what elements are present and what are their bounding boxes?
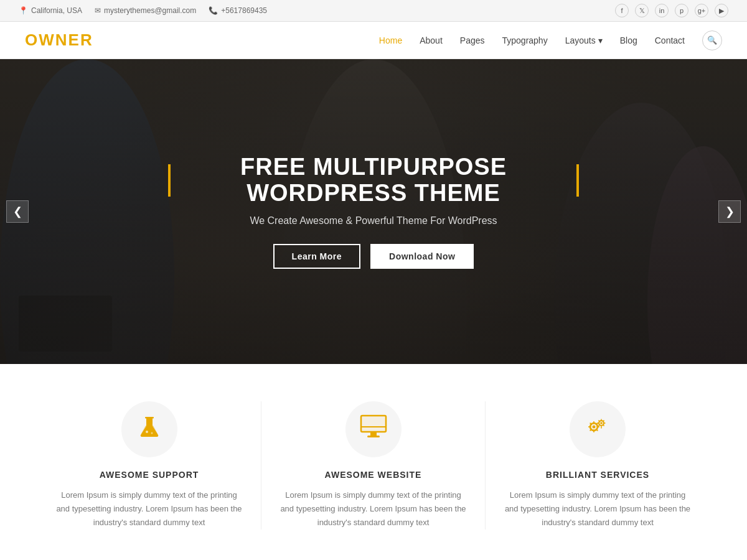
chevron-right-icon: ❯	[725, 205, 735, 218]
feature-website-icon-wrap	[345, 401, 402, 457]
social-links: f 𝕏 in p g+ ▶	[615, 4, 728, 17]
nav-contact[interactable]: Contact	[655, 35, 685, 45]
feature-website-text: Lorem Ipsum is simply dummy text of the …	[280, 488, 466, 530]
gear-cogs-icon	[584, 414, 611, 445]
feature-services-text: Lorem Ipsum is simply dummy text of the …	[504, 488, 691, 530]
svg-point-2	[151, 432, 153, 434]
hero-buttons: Learn More Download Now	[168, 244, 579, 269]
hero-section: ❮ FREE MULTIPURPOSE WORDPRESS THEME We C…	[0, 59, 747, 364]
learn-more-button[interactable]: Learn More	[273, 244, 360, 269]
top-bar: 📍 California, USA ✉ mysterythemes@gmail.…	[0, 0, 747, 22]
logo-accent: ER	[68, 30, 93, 49]
search-button[interactable]: 🔍	[702, 30, 722, 50]
googleplus-link[interactable]: g+	[695, 4, 708, 17]
pinterest-link[interactable]: p	[675, 4, 688, 17]
feature-support-icon-wrap	[121, 401, 177, 457]
email-info: ✉ mysterythemes@gmail.com	[95, 6, 196, 15]
linkedin-link[interactable]: in	[655, 4, 669, 17]
location-info: 📍 California, USA	[19, 6, 82, 15]
main-nav: Home About Pages Typography Layouts ▾ Bl…	[379, 30, 722, 50]
location-text: California, USA	[31, 6, 82, 15]
nav-typography[interactable]: Typography	[502, 35, 548, 45]
nav-blog[interactable]: Blog	[620, 35, 637, 45]
hero-content: FREE MULTIPURPOSE WORDPRESS THEME We Cre…	[156, 154, 591, 269]
feature-website-title: AWESOME WEBSITE	[280, 470, 466, 480]
top-bar-contact: 📍 California, USA ✉ mysterythemes@gmail.…	[19, 6, 267, 15]
svg-rect-4	[361, 416, 386, 432]
svg-rect-7	[367, 436, 380, 437]
flask-icon	[137, 414, 162, 445]
email-icon: ✉	[95, 6, 101, 15]
search-icon: 🔍	[707, 35, 717, 45]
feature-support-text: Lorem Ipsum is simply dummy text of the …	[56, 488, 242, 530]
hero-title: FREE MULTIPURPOSE WORDPRESS THEME	[179, 154, 568, 207]
svg-rect-6	[370, 432, 377, 436]
svg-point-1	[146, 431, 148, 433]
svg-point-9	[593, 425, 596, 428]
hero-accent-bar-right	[576, 164, 579, 197]
facebook-link[interactable]: f	[615, 4, 629, 17]
hero-subtitle: We Create Awesome & Powerful Theme For W…	[168, 215, 579, 226]
feature-services: BRILLIANT SERVICES Lorem Ipsum is simply…	[486, 401, 710, 530]
feature-services-icon-wrap	[570, 401, 626, 457]
chevron-down-icon: ▾	[598, 35, 603, 45]
logo-main: OWN	[25, 30, 68, 49]
nav-pages[interactable]: Pages	[460, 35, 485, 45]
download-now-button[interactable]: Download Now	[370, 244, 474, 269]
monitor-icon	[360, 414, 387, 445]
location-icon: 📍	[19, 6, 28, 15]
chevron-left-icon: ❮	[13, 205, 22, 218]
hero-accent-bar-left	[168, 164, 171, 197]
features-section: AWESOME SUPPORT Lorem Ipsum is simply du…	[0, 364, 747, 560]
feature-website: AWESOME WEBSITE Lorem Ipsum is simply du…	[261, 401, 486, 530]
svg-point-11	[600, 422, 603, 424]
site-logo[interactable]: OWNER	[25, 30, 93, 50]
nav-home[interactable]: Home	[379, 35, 402, 45]
nav-about[interactable]: About	[420, 35, 443, 45]
feature-support: AWESOME SUPPORT Lorem Ipsum is simply du…	[37, 401, 261, 530]
twitter-link[interactable]: 𝕏	[635, 4, 649, 17]
phone-icon: 📞	[209, 6, 218, 15]
feature-support-title: AWESOME SUPPORT	[56, 470, 242, 480]
youtube-link[interactable]: ▶	[715, 4, 728, 17]
hero-title-wrapper: FREE MULTIPURPOSE WORDPRESS THEME	[168, 154, 579, 207]
site-header: OWNER Home About Pages Typography Layout…	[0, 22, 747, 59]
phone-info: 📞 +5617869435	[209, 6, 267, 15]
nav-layouts[interactable]: Layouts ▾	[565, 35, 603, 45]
slider-prev-button[interactable]: ❮	[6, 200, 29, 223]
phone-text: +5617869435	[221, 6, 267, 15]
email-text: mysterythemes@gmail.com	[104, 6, 196, 15]
svg-rect-0	[145, 417, 154, 419]
feature-services-title: BRILLIANT SERVICES	[504, 470, 691, 480]
slider-next-button[interactable]: ❯	[718, 200, 741, 223]
